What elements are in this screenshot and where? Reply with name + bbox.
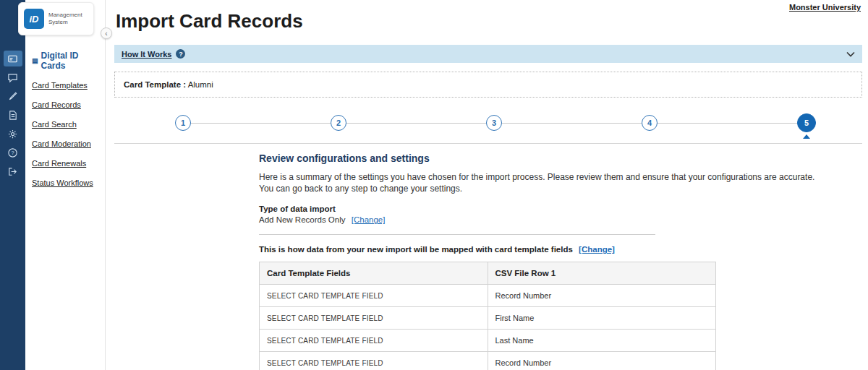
table-row: SELECT CARD TEMPLATE FIELD First Name	[260, 307, 716, 330]
main-content: Monster University Import Card Records H…	[106, 0, 868, 370]
documents-icon	[4, 107, 22, 123]
sidebar-item-card-moderation[interactable]: Card Moderation	[32, 139, 105, 148]
csv-value: Last Name	[488, 330, 716, 352]
step-4[interactable]: 4	[642, 115, 658, 131]
sidebar-item-card-search[interactable]: Card Search	[32, 120, 105, 129]
card-template-label: Card Template :	[124, 80, 186, 89]
review-description-line1: Here is a summary of the settings you ha…	[259, 171, 852, 183]
sidebar-menu: ▤ Digital ID Cards Card Templates Card R…	[25, 0, 106, 370]
table-header-row: Card Template Fields CSV File Row 1	[260, 262, 716, 285]
import-type-value: Add New Records Only	[259, 215, 346, 224]
review-heading: Review configurations and settings	[259, 152, 852, 164]
mapping-table: Card Template Fields CSV File Row 1 SELE…	[259, 262, 716, 370]
section-divider	[114, 143, 862, 144]
step-3[interactable]: 3	[486, 115, 502, 131]
account-link[interactable]: Monster University	[789, 3, 861, 12]
design-icon	[4, 88, 22, 104]
sidebar-section-label: Digital ID Cards	[41, 51, 105, 71]
settings-icon	[4, 126, 22, 142]
stepper: 1 2 3 4 5	[114, 109, 862, 137]
review-section: Review configurations and settings Here …	[259, 152, 852, 370]
template-field-select[interactable]: SELECT CARD TEMPLATE FIELD	[260, 330, 488, 352]
csv-value: Record Number	[488, 352, 716, 370]
table-row: SELECT CARD TEMPLATE FIELD Last Name	[260, 330, 716, 352]
column-header-csv-row: CSV File Row 1	[488, 262, 716, 285]
column-header-template-fields: Card Template Fields	[260, 262, 488, 285]
sidebar-icon-id-cards[interactable]	[0, 49, 25, 68]
app-logo-text: Management System	[48, 12, 82, 26]
csv-value: First Name	[488, 307, 716, 330]
sidebar-item-card-records[interactable]: Card Records	[32, 100, 105, 109]
sidebar-icon-help[interactable]: ?	[0, 143, 25, 162]
app-logo-line2: System	[48, 19, 82, 26]
import-type-label: Type of data import	[259, 205, 852, 213]
import-type-value-row: Add New Records Only [Change]	[259, 215, 852, 224]
chevron-left-icon: ‹	[105, 30, 107, 38]
review-divider	[259, 234, 655, 235]
step-2[interactable]: 2	[331, 115, 346, 131]
help-badge-icon[interactable]: ?	[176, 49, 185, 59]
app-logo-card[interactable]: iD Management System	[18, 2, 94, 35]
sidebar-icon-logout[interactable]	[0, 162, 25, 181]
csv-value: Record Number	[488, 285, 716, 307]
mapping-heading: This is how data from your new import wi…	[259, 245, 573, 254]
sidebar-icon-documents[interactable]	[0, 106, 25, 124]
card-template-box: Card Template : Alumni	[114, 72, 862, 98]
sidebar-item-card-templates[interactable]: Card Templates	[32, 81, 105, 90]
svg-text:?: ?	[11, 150, 14, 156]
sidebar-icon-chat[interactable]	[0, 68, 25, 87]
step-1[interactable]: 1	[175, 115, 191, 131]
sidebar-item-card-renewals[interactable]: Card Renewals	[32, 159, 105, 168]
sidebar-item-status-workflows[interactable]: Status Workflows	[32, 178, 105, 187]
card-template-value: Alumni	[188, 80, 213, 89]
template-field-select[interactable]: SELECT CARD TEMPLATE FIELD	[260, 285, 488, 307]
sidebar-icon-settings[interactable]	[0, 124, 25, 143]
how-it-works-link[interactable]: How It Works	[122, 50, 171, 59]
sidebar-collapse-button[interactable]: ‹	[101, 27, 112, 39]
mapping-heading-row: This is how data from your new import wi…	[259, 245, 852, 254]
icon-sidebar: ?	[0, 0, 25, 370]
step-5-active[interactable]: 5	[797, 113, 816, 132]
table-row: SELECT CARD TEMPLATE FIELD Record Number	[260, 285, 716, 307]
chat-icon	[4, 69, 22, 85]
chevron-down-icon[interactable]	[846, 51, 855, 57]
app-logo-line1: Management	[48, 12, 82, 19]
template-field-select[interactable]: SELECT CARD TEMPLATE FIELD	[260, 352, 488, 370]
table-row: SELECT CARD TEMPLATE FIELD Record Number	[260, 352, 716, 370]
review-description-line2: You can go back to any step to change yo…	[259, 183, 852, 194]
app-logo-icon: iD	[24, 9, 44, 29]
sidebar-icon-design[interactable]	[0, 87, 25, 106]
logout-icon	[4, 163, 22, 179]
template-field-select[interactable]: SELECT CARD TEMPLATE FIELD	[260, 307, 488, 330]
how-it-works-bar[interactable]: How It Works ?	[114, 45, 862, 63]
change-import-type-link[interactable]: [Change]	[352, 215, 386, 224]
page-title: Import Card Records	[106, 0, 868, 33]
id-cards-icon	[4, 51, 22, 66]
change-mapping-link[interactable]: [Change]	[579, 245, 615, 254]
sidebar-section-title: ▤ Digital ID Cards	[32, 51, 105, 71]
help-icon: ?	[4, 145, 22, 160]
id-cards-mini-icon: ▤	[32, 57, 38, 64]
